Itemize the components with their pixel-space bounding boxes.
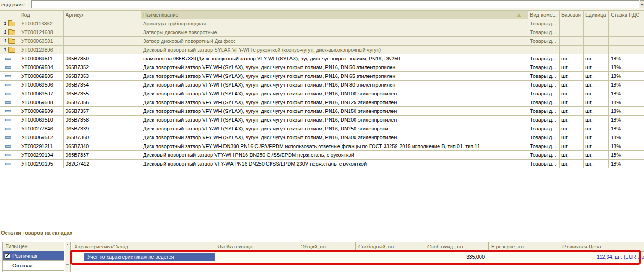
cell-vat[interactable]: [609, 37, 644, 46]
cell-vat[interactable]: 18%: [609, 63, 644, 72]
cell-code[interactable]: УТ000069507: [19, 89, 64, 98]
price-type-row[interactable]: Оптовая: [2, 261, 64, 271]
cell-article[interactable]: 065B7355: [64, 89, 141, 98]
cell-kind[interactable]: Товары д...: [528, 124, 560, 133]
cell-code[interactable]: УТ000069504: [19, 63, 64, 72]
cell-base-unit[interactable]: шт.: [560, 151, 584, 160]
cell-name[interactable]: Дисковый поворотный затвор VFY-WA PN16 D…: [141, 160, 528, 168]
cell-base-unit[interactable]: [560, 28, 584, 37]
cell-code[interactable]: УТ000116362: [19, 19, 64, 28]
column-header-warehouse-cell[interactable]: Ячейка склада: [215, 242, 298, 252]
cell-base-unit[interactable]: шт.: [560, 160, 584, 168]
cell-vat[interactable]: 18%: [609, 142, 644, 151]
contains-input[interactable]: [31, 0, 639, 8]
cell-code[interactable]: УТ000291211: [19, 142, 64, 151]
cell-base-unit[interactable]: шт.: [560, 124, 584, 133]
cell-kind[interactable]: Товары д...: [528, 37, 560, 46]
cell-unit[interactable]: шт.: [584, 89, 609, 98]
cell-base-unit[interactable]: [560, 19, 584, 28]
cell-code[interactable]: УТ000069508: [19, 98, 64, 107]
characteristic-cell[interactable]: Учет по характеристикам не ведется: [84, 253, 215, 261]
checkbox-checked-icon[interactable]: ✔: [5, 253, 10, 259]
cell-base-unit[interactable]: шт.: [560, 81, 584, 89]
cell-vat[interactable]: 18%: [609, 54, 644, 63]
cell-name[interactable]: Диск поворотный затвор VFY-WH (SYLAX), ч…: [141, 89, 528, 98]
cell-name[interactable]: Диск поворотный затвор VFY-WH (SYLAX), ч…: [141, 107, 528, 116]
cell-vat[interactable]: [609, 46, 644, 54]
cell-unit[interactable]: шт.: [584, 124, 609, 133]
cell-vat[interactable]: 18%: [609, 151, 644, 160]
column-header-characteristic[interactable]: Характеристика/Склад: [72, 242, 215, 252]
cell-base-unit[interactable]: [560, 37, 584, 46]
cell-kind[interactable]: Товары д...: [528, 133, 560, 142]
cell-base-unit[interactable]: шт.: [560, 63, 584, 72]
column-header-code[interactable]: Код: [19, 11, 64, 19]
cell-code[interactable]: УТ000069512: [19, 133, 64, 142]
cell-kind[interactable]: Товары д...: [528, 72, 560, 81]
cell-vat[interactable]: 18%: [609, 160, 644, 168]
cell-unit[interactable]: [584, 28, 609, 37]
cell-vat[interactable]: 18%: [609, 107, 644, 116]
column-header-vat[interactable]: Ставка НДС: [609, 11, 644, 19]
table-row[interactable]: ↥ УТ000069501 Затвор дисковый поворотный…: [0, 37, 644, 46]
cell-code[interactable]: УТ000069510: [19, 116, 64, 124]
cell-name[interactable]: Дисковый поворотный затвор SYLAX VFY-WH …: [141, 46, 528, 54]
cell-unit[interactable]: шт.: [584, 116, 609, 124]
cell-base-unit[interactable]: шт.: [560, 142, 584, 151]
cell-unit[interactable]: [584, 19, 609, 28]
table-row[interactable]: УТ000069506 065B7354 Диск поворотный зат…: [0, 81, 644, 89]
cell-code[interactable]: УТ000290194: [19, 151, 64, 160]
cell-unit[interactable]: шт.: [584, 54, 609, 63]
table-row[interactable]: УТ000069511 065B7359 (заменен на 065B733…: [0, 54, 644, 63]
cell-code[interactable]: УТ000069505: [19, 72, 64, 81]
cell-article[interactable]: 065B7360: [64, 133, 141, 142]
cell-unit[interactable]: шт.: [584, 107, 609, 116]
cell-name[interactable]: Диск поворотный затвор VFY-WH (SYLAX), ч…: [141, 116, 528, 124]
column-header-name[interactable]: Наименование: [141, 11, 528, 19]
column-header-unit[interactable]: Единица: [584, 11, 609, 19]
table-row[interactable]: УТ000069510 065B7358 Диск поворотный зат…: [0, 116, 644, 124]
cell-base-unit[interactable]: шт.: [560, 89, 584, 98]
cell-kind[interactable]: Товары д...: [528, 63, 560, 72]
cell-unit[interactable]: [584, 46, 609, 54]
stock-data-row[interactable]: Учет по характеристикам не ведется 335,0…: [72, 252, 644, 264]
cell-vat[interactable]: 18%: [609, 116, 644, 124]
table-row[interactable]: УТ000290194 065B7337 Дисковый поворотный…: [0, 151, 644, 160]
cell-article[interactable]: 065B7337: [64, 151, 141, 160]
cell-code[interactable]: УТ000124688: [19, 28, 64, 37]
price-types-scrollbar[interactable]: ▲: [65, 242, 71, 272]
table-row[interactable]: ↥ УТ000129896 Дисковый поворотный затвор…: [0, 46, 644, 54]
cell-code[interactable]: УТ000277846: [19, 124, 64, 133]
cell-vat[interactable]: [609, 19, 644, 28]
cell-article[interactable]: 065B7340: [64, 142, 141, 151]
cell-unit[interactable]: [584, 37, 609, 46]
table-row[interactable]: УТ000290195 082G7412 Дисковый поворотный…: [0, 160, 644, 168]
table-row[interactable]: ↥ УТ000116362 Арматура трубопроводная То…: [0, 19, 644, 28]
cell-base-unit[interactable]: шт.: [560, 98, 584, 107]
column-header-total[interactable]: Общий, шт.: [298, 242, 356, 252]
cell-base-unit[interactable]: шт.: [560, 107, 584, 116]
cell-vat[interactable]: [609, 28, 644, 37]
column-header-free-expected[interactable]: Своб.ожид., шт.: [425, 242, 489, 252]
cell-name[interactable]: Затворы дисковые поворотные: [141, 28, 528, 37]
cell-code[interactable]: УТ000069501: [19, 37, 64, 46]
cell-unit[interactable]: шт.: [584, 133, 609, 142]
cell-name[interactable]: Затвор дисковый поворотный Данфосс: [141, 37, 528, 46]
table-row[interactable]: УТ000069512 065B7360 Диск поворотный зат…: [0, 133, 644, 142]
cell-article[interactable]: 065B7353: [64, 72, 141, 81]
cell-base-unit[interactable]: [560, 46, 584, 54]
table-row[interactable]: ↥ УТ000124688 Затворы дисковые поворотны…: [0, 28, 644, 37]
table-row[interactable]: УТ000069507 065B7355 Диск поворотный зат…: [0, 89, 644, 98]
cell-kind[interactable]: Товары д...: [528, 160, 560, 168]
cell-article[interactable]: [64, 28, 141, 37]
cell-article[interactable]: 065B7354: [64, 81, 141, 89]
cell-vat[interactable]: 18%: [609, 89, 644, 98]
cell-base-unit[interactable]: шт.: [560, 116, 584, 124]
cell-name[interactable]: Диск поворотный затвор VFY-WH (SYLAX), ч…: [141, 63, 528, 72]
cell-name[interactable]: Диск поворотный затвор VFY-WH DN300 PN16…: [141, 142, 528, 151]
cell-kind[interactable]: Товары д...: [528, 142, 560, 151]
cell-unit[interactable]: шт.: [584, 98, 609, 107]
column-header-retail-price[interactable]: Розничная Цена: [560, 242, 644, 252]
cell-name[interactable]: Диск поворотный затвор VFY-WH (SYLAX), ч…: [141, 133, 528, 142]
column-header-icon[interactable]: [0, 11, 19, 19]
